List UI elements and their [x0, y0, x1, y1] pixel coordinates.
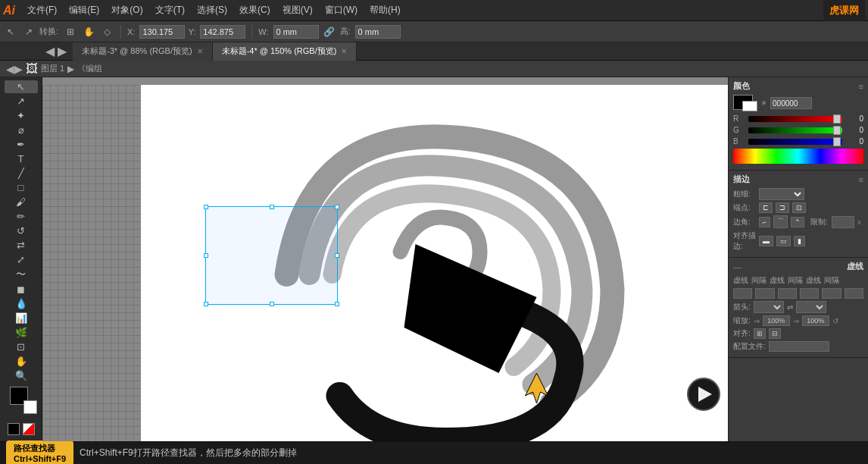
color-swatch-row: # — [733, 95, 863, 111]
tip-btn-2[interactable]: ⊐ — [776, 202, 789, 213]
color-swatches — [5, 384, 38, 438]
anchor-icon[interactable]: ◇ — [99, 24, 114, 39]
lasso-tool[interactable]: ⌀ — [5, 124, 38, 136]
menu-edit[interactable]: 编辑(E) — [63, 2, 105, 18]
tab-nav-left[interactable]: ◀ — [45, 44, 55, 58]
scale-arrow2: ⇒ — [793, 317, 799, 325]
zoom-tool[interactable]: 🔍 — [5, 369, 38, 382]
menu-help[interactable]: 帮助(H) — [364, 2, 407, 18]
menu-window[interactable]: 窗口(W) — [319, 2, 364, 18]
r-slider-thumb[interactable] — [833, 114, 841, 124]
corner-btn-2[interactable]: ⌒ — [773, 215, 788, 228]
menu-object[interactable]: 对象(O) — [105, 2, 148, 18]
line-tool[interactable]: ╱ — [5, 167, 38, 180]
tab-3-close[interactable]: ✕ — [197, 47, 203, 55]
y-input[interactable] — [200, 25, 245, 39]
h-input[interactable] — [355, 25, 401, 39]
hand-tool-icon[interactable]: ✋ — [81, 24, 96, 39]
eyedropper-tool[interactable]: 💧 — [5, 297, 38, 310]
align-center-btn2[interactable]: ⊟ — [769, 328, 781, 339]
tab-document-4[interactable]: 未标题-4* @ 150% (RGB/预览) ✕ — [213, 42, 358, 61]
dash-cell-4[interactable] — [800, 288, 819, 299]
r-slider[interactable] — [748, 116, 842, 122]
align-center-btn[interactable]: ▬ — [759, 236, 773, 246]
color-panel-expand[interactable]: ≡ — [859, 82, 863, 91]
warp-tool[interactable]: 〜 — [5, 268, 38, 281]
hand-tool[interactable]: ✋ — [5, 355, 38, 368]
illustration-svg — [42, 77, 728, 441]
tab-nav-right[interactable]: ▶ — [58, 44, 67, 58]
profile-input[interactable] — [769, 341, 829, 352]
limit-input[interactable] — [832, 216, 854, 228]
menu-select[interactable]: 选择(S) — [191, 2, 233, 18]
align-label2: 对齐: — [733, 328, 751, 339]
scale-input-2[interactable] — [802, 315, 829, 326]
g-slider[interactable] — [748, 127, 842, 133]
b-slider[interactable] — [748, 139, 842, 145]
paintbrush-tool[interactable]: 🖌 — [5, 196, 38, 208]
graph-tool[interactable]: 📊 — [5, 312, 38, 324]
b-slider-thumb[interactable] — [833, 137, 841, 146]
type-tool[interactable]: T — [5, 152, 38, 165]
color-gradient-bar[interactable] — [733, 149, 863, 164]
menu-effect[interactable]: 效果(C) — [233, 2, 276, 18]
link-icon[interactable]: 🔗 — [322, 24, 337, 39]
scale-arrow1: ⇒ — [754, 317, 760, 325]
magic-wand-tool[interactable]: ✦ — [5, 109, 38, 122]
stroke-panel-expand[interactable]: ≡ — [859, 175, 863, 184]
play-button[interactable] — [687, 378, 720, 411]
align-inside-btn[interactable]: ▭ — [776, 236, 791, 246]
align-left-btn[interactable]: ⊞ — [754, 328, 766, 339]
direct-select-icon[interactable]: ↗ — [21, 24, 36, 39]
dash-cell-2[interactable] — [755, 288, 774, 299]
w-input[interactable] — [273, 25, 319, 39]
fill-none-icon[interactable] — [8, 423, 20, 435]
hex-color-input[interactable] — [770, 97, 812, 109]
rect-tool[interactable]: □ — [5, 181, 38, 194]
tab-4-close[interactable]: ✕ — [341, 47, 347, 55]
weight-select[interactable] — [759, 188, 804, 200]
scale-reset-icon[interactable]: ↺ — [832, 317, 838, 325]
tip-btn-3[interactable]: ⊡ — [792, 202, 806, 213]
status-text: Ctrl+Shift+F9打开路径查找器，然后把多余的部分删掉 — [80, 447, 297, 459]
transform-icon[interactable]: ⊞ — [63, 24, 78, 39]
tab-document-3[interactable]: 未标题-3* @ 88% (RGB/预览) ✕ — [73, 42, 213, 61]
corner-row: 边角: ⌐ ⌒ ⌃ 限制: x — [733, 215, 863, 228]
dash-cell-5[interactable] — [822, 288, 841, 299]
toolbar: ↖ ↗ 转换: ⊞ ✋ ◇ X: Y: W: 🔗 高: — [0, 21, 868, 42]
pencil-tool[interactable]: ✏ — [5, 210, 38, 223]
gradient-fill-icon[interactable] — [23, 423, 35, 435]
dash-cell-3[interactable] — [778, 288, 797, 299]
select-tool-icon[interactable]: ↖ — [3, 24, 18, 39]
symbol-spray-tool[interactable]: 🌿 — [5, 326, 38, 339]
scale-input-1[interactable] — [763, 315, 790, 326]
rotate-tool[interactable]: ↺ — [5, 224, 38, 237]
align-outside-btn[interactable]: ▮ — [794, 236, 805, 246]
gradient-tool[interactable]: ◼ — [5, 283, 38, 296]
background-color[interactable] — [23, 400, 37, 414]
artboard-tool[interactable]: ⊡ — [5, 340, 38, 353]
scale-tool[interactable]: ⤢ — [5, 253, 38, 266]
mirror-tool[interactable]: ⇄ — [5, 239, 38, 252]
breadcrumb-fwd[interactable]: ▶ — [14, 63, 23, 75]
tip-btn-1[interactable]: ⊏ — [759, 202, 773, 213]
selection-tool[interactable]: ↖ — [5, 80, 38, 93]
menu-view[interactable]: 视图(V) — [276, 2, 319, 18]
color-panel: 颜色 ≡ # R 0 G — [729, 77, 868, 171]
dash-cell-1[interactable] — [733, 288, 752, 299]
menu-text[interactable]: 文字(T) — [149, 2, 191, 18]
g-slider-thumb[interactable] — [833, 126, 841, 135]
arrow-start-select[interactable] — [754, 301, 784, 313]
pen-tool[interactable]: ✒ — [5, 138, 38, 151]
corner-btn-1[interactable]: ⌐ — [759, 217, 770, 227]
tip-row: 端点: ⊏ ⊐ ⊡ — [733, 202, 863, 213]
arrow-end-select[interactable] — [796, 301, 826, 313]
direct-selection-tool[interactable]: ↗ — [5, 95, 38, 108]
bg-color-swatch[interactable] — [742, 101, 757, 111]
menu-file[interactable]: 文件(F) — [21, 2, 63, 18]
canvas-area[interactable] — [42, 77, 728, 441]
x-input[interactable] — [139, 25, 185, 39]
corner-btn-3[interactable]: ⌃ — [791, 217, 804, 227]
breadcrumb-back[interactable]: ◀ — [6, 63, 14, 75]
dash-cell-6[interactable] — [845, 288, 863, 299]
